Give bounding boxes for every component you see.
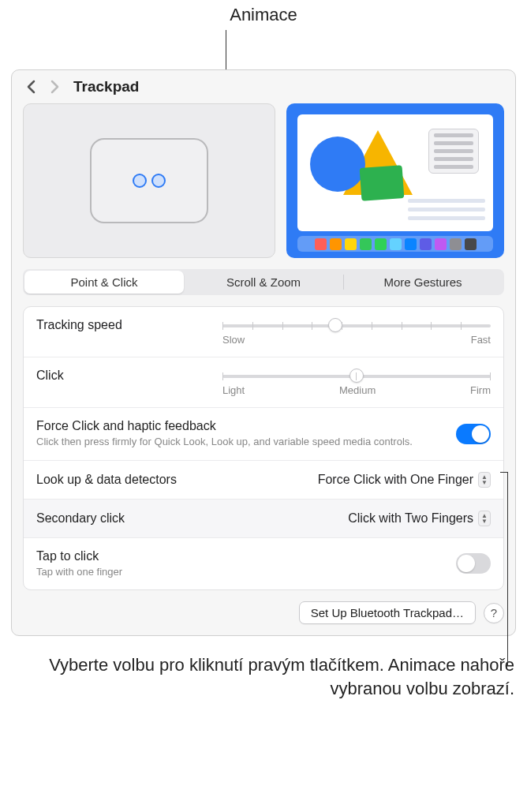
footer: Set Up Bluetooth Trackpad… ? xyxy=(23,601,504,624)
force-click-label: Force Click and haptic feedback xyxy=(36,419,456,433)
trackpad-animation xyxy=(23,103,275,258)
finger-dot-1 xyxy=(133,174,147,188)
lookup-value: Force Click with One Finger xyxy=(318,473,473,487)
help-button[interactable]: ? xyxy=(484,603,504,623)
tap-to-click-sub: Tap with one finger xyxy=(36,565,456,579)
lookup-label: Look up & data detectors xyxy=(36,473,318,487)
tracking-speed-slider[interactable] xyxy=(222,324,491,327)
tab-point-click[interactable]: Point & Click xyxy=(24,271,184,294)
trackpad-shape xyxy=(90,138,208,223)
annotation-leader-bottom-v xyxy=(507,472,508,666)
page-title: Trackpad xyxy=(73,78,139,95)
settings-list: Tracking speed Slow Fast Click Light xyxy=(23,306,504,590)
tracking-min-label: Slow xyxy=(222,334,245,346)
secondary-click-select[interactable]: Click with Two Fingers ▲▼ xyxy=(348,511,491,526)
pane-header: Trackpad xyxy=(12,70,515,103)
preview-dock xyxy=(297,236,493,252)
setup-bluetooth-button[interactable]: Set Up Bluetooth Trackpad… xyxy=(299,601,476,624)
force-click-toggle[interactable] xyxy=(456,424,491,444)
click-min-label: Light xyxy=(222,384,245,396)
row-secondary-click: Secondary click Click with Two Fingers ▲… xyxy=(24,500,503,538)
click-slider[interactable] xyxy=(222,375,491,378)
desktop-preview xyxy=(286,103,504,258)
tracking-speed-label: Tracking speed xyxy=(36,318,210,332)
back-button[interactable] xyxy=(23,79,39,95)
click-max-label: Firm xyxy=(470,384,491,396)
row-force-click: Force Click and haptic feedback Click th… xyxy=(24,408,503,461)
tab-bar: Point & Click Scroll & Zoom More Gesture… xyxy=(23,269,504,295)
secondary-click-value: Click with Two Fingers xyxy=(348,511,473,526)
force-click-sub: Click then press firmly for Quick Look, … xyxy=(36,435,456,449)
chevron-up-down-icon: ▲▼ xyxy=(478,472,491,488)
preview-window xyxy=(297,114,493,231)
lookup-select[interactable]: Force Click with One Finger ▲▼ xyxy=(318,472,491,488)
tracking-max-label: Fast xyxy=(471,334,491,346)
secondary-click-label: Secondary click xyxy=(36,511,348,526)
tap-to-click-label: Tap to click xyxy=(36,549,456,563)
annotation-bottom-label: Vyberte volbu pro kliknutí pravým tlačít… xyxy=(11,653,516,700)
circle-shape xyxy=(310,137,365,192)
finger-dot-2 xyxy=(151,174,166,188)
preview-row xyxy=(12,103,515,258)
annotation-top-label: Animace xyxy=(230,5,297,24)
click-mid-label: Medium xyxy=(339,384,376,396)
row-tracking-speed: Tracking speed Slow Fast xyxy=(24,307,503,357)
click-thumb[interactable] xyxy=(349,369,364,383)
tracking-speed-thumb[interactable] xyxy=(328,318,342,332)
chevron-up-down-icon: ▲▼ xyxy=(478,511,491,526)
square-shape xyxy=(360,165,405,201)
row-click: Click Light Medium Firm xyxy=(24,357,503,408)
tab-more-gestures[interactable]: More Gestures xyxy=(343,271,503,294)
tap-to-click-toggle[interactable] xyxy=(456,553,491,574)
context-menu-preview xyxy=(428,129,479,174)
settings-pane: Trackpad xyxy=(11,69,516,636)
tab-scroll-zoom[interactable]: Scroll & Zoom xyxy=(184,271,343,294)
row-lookup: Look up & data detectors Force Click wit… xyxy=(24,461,503,500)
click-label: Click xyxy=(36,369,210,383)
row-tap-to-click: Tap to click Tap with one finger xyxy=(24,538,503,590)
forward-button[interactable] xyxy=(47,79,62,95)
